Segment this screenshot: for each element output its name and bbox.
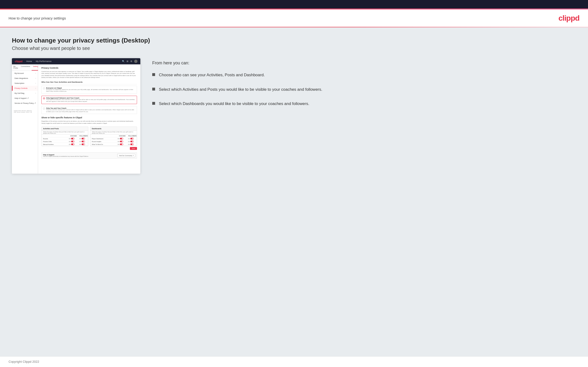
sidebar-item-service-privacy[interactable]: Service & Privacy Policy ↗: [12, 101, 38, 106]
player-dash-followers-toggle[interactable]: [130, 138, 134, 139]
avatar: [134, 60, 138, 63]
mockup-sidebar-tabs: My Profile Connections Settings: [12, 64, 38, 71]
radio-dot-everyone: [43, 87, 45, 89]
chevron-right-icon: ›: [35, 87, 36, 89]
help-desc: Visit our Clippd community to troublesho…: [43, 156, 89, 157]
activities-col-headers: COACHES FOLLOWERS: [42, 135, 88, 137]
sidebar-item-my-account[interactable]: My Account ›: [12, 71, 38, 76]
main-content: How to change your privacy settings (Des…: [0, 27, 588, 356]
what-to-work-followers-toggle[interactable]: [130, 143, 134, 145]
activities-posts-table: Activities and Posts Select the types of…: [41, 127, 88, 146]
tab-my-profile[interactable]: My Profile: [12, 64, 19, 71]
search-icon: 🔍: [122, 60, 125, 62]
mockup-nav-home[interactable]: Home: [26, 60, 32, 62]
save-row: Save: [41, 146, 137, 151]
content-row: clippd Home My Performance 🔍 ⊞ ⚙: [12, 58, 576, 174]
grid-icon: ⊞: [127, 60, 129, 62]
dashboards-col-headers: COACHES FOLLOWERS: [90, 135, 137, 137]
rounds-coaches-toggle[interactable]: [71, 138, 74, 139]
mockup-body: My Profile Connections Settings My Accou…: [12, 64, 140, 174]
table-row: Practice Drills ON ON: [42, 140, 88, 143]
radio-everyone[interactable]: Everyone on Clippd Everyone on Clippd ca…: [41, 86, 137, 94]
sidebar-item-privacy-controls[interactable]: Privacy Controls ›: [12, 86, 38, 91]
mockup: clippd Home My Performance 🔍 ⊞ ⚙: [12, 58, 140, 174]
sidebar-item-subscription[interactable]: Subscription ›: [12, 81, 38, 86]
privacy-controls-desc: Control how you and your data appears to…: [41, 71, 137, 79]
copyright-text: Copyright Clippd 2022: [9, 360, 39, 363]
sidebar-item-help-support[interactable]: Help & Support ↗: [12, 96, 38, 101]
show-hide-desc: Regardless of the privacy controls that …: [41, 120, 137, 124]
dashboards-subdesc: Select the types of activity that you'd …: [90, 131, 137, 135]
chevron-right-icon: ›: [35, 72, 36, 74]
radio-dot-only-you: [43, 108, 45, 109]
bullet-icon: [152, 102, 155, 105]
table-row: Player Dashboard ON ON: [90, 137, 137, 140]
bullet-icon: [152, 73, 155, 76]
mockup-nav-right: 🔍 ⊞ ⚙: [122, 60, 138, 63]
bullet-text-2: Select which Activities and Posts you wo…: [159, 87, 322, 93]
from-here-text: From here you can:: [152, 61, 576, 66]
sidebar-version: Clippd Client Version: 2022.8.2SQL Serve…: [12, 108, 38, 115]
round-insights-followers-toggle[interactable]: [130, 141, 134, 142]
header-title: How to change your privacy settings: [9, 16, 66, 20]
what-to-work-coaches-toggle[interactable]: [120, 143, 123, 145]
list-item: Select which Dashboards you would like t…: [152, 101, 576, 107]
visit-community-button[interactable]: Visit Our Community ↗: [117, 154, 135, 157]
dashboards-table: Dashboards Select the types of activity …: [90, 127, 137, 146]
radio-group: Everyone on Clippd Everyone on Clippd ca…: [41, 86, 137, 114]
bullet-icon: [152, 88, 155, 91]
chevron-right-icon: ›: [35, 92, 36, 94]
table-row: Round Insights ON ON: [90, 140, 137, 143]
manual-followers-toggle[interactable]: [82, 143, 85, 145]
player-dash-coaches-toggle[interactable]: [120, 138, 123, 139]
top-bar: [0, 0, 588, 8]
activities-posts-subdesc: Select the types of activity that you'd …: [42, 131, 88, 135]
sidebar-item-data-integrations[interactable]: Data Integrations ›: [12, 76, 38, 81]
table-row: Manual Activities ON ON: [42, 143, 88, 146]
help-row: Help & Support Visit our Clippd communit…: [41, 152, 137, 159]
bullet-text-3: Select which Dashboards you would like t…: [159, 101, 309, 107]
header: How to change your privacy settings clip…: [0, 9, 588, 27]
radio-approved-followers[interactable]: Only Approved Followers and Your Coach O…: [41, 96, 137, 104]
mockup-nav-performance[interactable]: My Performance: [36, 60, 51, 62]
mockup-sidebar: My Profile Connections Settings My Accou…: [12, 64, 38, 174]
rounds-followers-toggle[interactable]: [82, 138, 85, 139]
table-row: Rounds ON ON: [42, 137, 88, 140]
page-subheading: Choose what you want people to see: [12, 46, 576, 51]
table-row: What To Work On ON ON: [90, 143, 137, 146]
chevron-right-icon: ›: [35, 77, 36, 79]
right-panel: From here you can: Choose who can see yo…: [152, 58, 576, 107]
mockup-main-panel: Privacy Controls Control how you and you…: [38, 64, 140, 174]
bullet-list: Choose who can see your Activities, Post…: [152, 72, 576, 107]
logo: clippd: [559, 14, 579, 23]
round-insights-coaches-toggle[interactable]: [120, 141, 123, 142]
show-hide-title: Show or hide specific features in Clippd: [41, 117, 137, 119]
who-can-see-title: Who Can See Your Activities and Dashboar…: [41, 81, 137, 84]
page-heading: How to change your privacy settings (Des…: [12, 37, 576, 44]
activities-posts-header: Activities and Posts: [42, 127, 88, 131]
privacy-controls-title: Privacy Controls: [41, 67, 137, 69]
drills-coaches-toggle[interactable]: [71, 141, 74, 142]
dashboards-header: Dashboards: [90, 127, 137, 131]
tab-connections[interactable]: Connections: [19, 64, 32, 71]
screenshot-container: clippd Home My Performance 🔍 ⊞ ⚙: [12, 58, 140, 174]
help-title: Help & Support: [43, 154, 89, 156]
drills-followers-toggle[interactable]: [82, 141, 85, 142]
footer: Copyright Clippd 2022: [0, 356, 588, 367]
mockup-nav: clippd Home My Performance 🔍 ⊞ ⚙: [12, 58, 140, 64]
chevron-right-icon: ›: [35, 83, 36, 84]
sidebar-item-my-golf-bag[interactable]: My Golf Bag ›: [12, 91, 38, 96]
list-item: Select which Activities and Posts you wo…: [152, 87, 576, 93]
mockup-logo: clippd: [15, 60, 22, 63]
list-item: Choose who can see your Activities, Post…: [152, 72, 576, 78]
save-button[interactable]: Save: [130, 147, 137, 150]
radio-dot-approved: [43, 97, 45, 99]
manual-coaches-toggle[interactable]: [71, 143, 74, 145]
bullet-text-1: Choose who can see your Activities, Post…: [159, 72, 265, 78]
settings-icon: ⚙: [130, 60, 132, 62]
radio-only-you[interactable]: Only You and Your Coach Only you and the…: [41, 106, 137, 114]
toggle-tables: Activities and Posts Select the types of…: [41, 127, 137, 146]
